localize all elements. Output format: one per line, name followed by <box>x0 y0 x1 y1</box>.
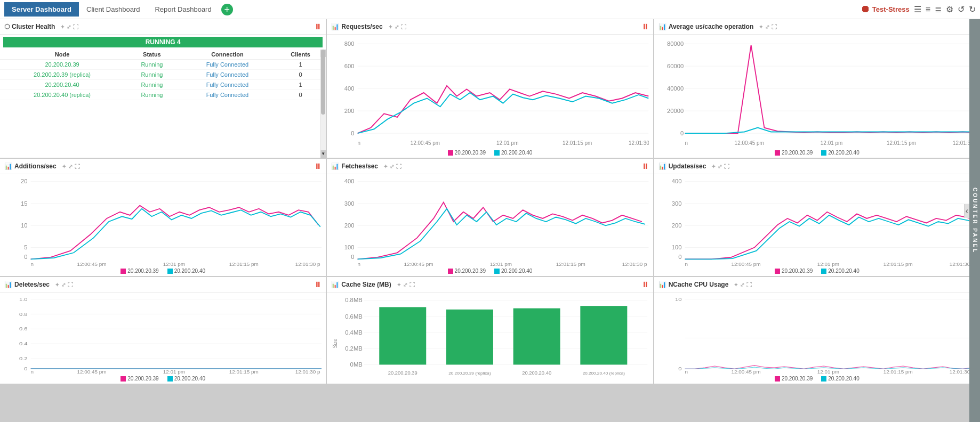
refresh-icon[interactable]: ↺ <box>958 4 965 14</box>
config-icon8[interactable]: ✦ <box>397 282 401 288</box>
cpu-dot-cyan <box>821 376 826 382</box>
svg-text:400: 400 <box>344 85 355 92</box>
scroll-down-button[interactable]: ▼ <box>320 150 326 158</box>
legend-item-pink: 20.200.20.39 <box>448 150 486 156</box>
scrollbar[interactable]: ▲ ▼ <box>320 50 326 158</box>
additions-chart-area: 20 15 10 5 0 n 12:00:45 pm 12:01 pm 12:0… <box>0 174 326 267</box>
fullscreen-icon4[interactable]: ⛶ <box>75 164 80 169</box>
fullscreen-icon3[interactable]: ⛶ <box>772 24 777 30</box>
svg-text:0.8: 0.8 <box>19 311 28 316</box>
counter-panel[interactable]: COUNTER PANEL <box>969 19 980 422</box>
expand-icon2[interactable]: ⤢ <box>395 24 399 30</box>
pause-button7[interactable]: ⏸ <box>314 280 322 289</box>
requests-chart: 800 600 400 200 0 n 12:00:45 pm 12:01 pm… <box>331 37 648 149</box>
pause-button5[interactable]: ⏸ <box>641 162 649 171</box>
fullscreen-icon6[interactable]: ⛶ <box>724 164 729 169</box>
panel-icons6: ✦ ⤢ ⛶ <box>711 164 729 169</box>
expand-icon6[interactable]: ⤢ <box>718 164 722 169</box>
col-connection: Connection <box>180 50 275 60</box>
menu-icon-1[interactable]: ☰ <box>914 4 921 14</box>
svg-text:n: n <box>31 369 34 374</box>
ncache-legend-cyan: 20.200.20.40 <box>821 376 859 382</box>
svg-text:12:01:30 p: 12:01:30 p <box>622 261 647 267</box>
config-icon5[interactable]: ✦ <box>383 164 388 169</box>
panel-icons: ✦ ⤢ ⛶ <box>388 24 406 30</box>
ncache-cpu-panel: 📊 NCache CPU Usage ✦ ⤢ ⛶ ⏸ 10 0 n 12: <box>654 277 980 384</box>
table-row: 20.200.20.40 Running Fully Connected 1 <box>0 80 326 90</box>
svg-text:12:01 pm: 12:01 pm <box>821 140 842 146</box>
fullscreen-icon2[interactable]: ⛶ <box>401 24 406 30</box>
svg-text:12:01 pm: 12:01 pm <box>817 369 839 374</box>
tab-server-dashboard[interactable]: Server Dashboard <box>4 2 79 17</box>
scroll-thumb[interactable] <box>321 50 325 115</box>
legend-dot-pink <box>448 150 453 156</box>
svg-text:20: 20 <box>21 178 27 184</box>
pause-button[interactable]: ⏸ <box>314 22 322 31</box>
pause-button2[interactable]: ⏸ <box>641 22 649 31</box>
avg-icon: 📊 <box>658 23 666 30</box>
expand-icon3[interactable]: ⤢ <box>765 24 769 30</box>
tab-client-dashboard[interactable]: Client Dashboard <box>79 2 147 17</box>
config-icon3[interactable]: ✦ <box>759 24 763 30</box>
pause-button4[interactable]: ⏸ <box>314 162 322 171</box>
svg-text:0: 0 <box>678 366 681 371</box>
connection-cell: Fully Connected <box>180 60 275 70</box>
svg-text:20.200.20.39 (replica): 20.200.20.39 (replica) <box>449 371 492 376</box>
config-icon7[interactable]: ✦ <box>55 282 59 288</box>
expand-icon7[interactable]: ⤢ <box>61 282 66 288</box>
config-icon9[interactable]: ✦ <box>734 282 738 288</box>
avg-title: Average us/cache operation <box>669 23 754 30</box>
clients-cell: 0 <box>275 70 326 80</box>
fullscreen-icon[interactable]: ⛶ <box>73 24 78 30</box>
expand-icon[interactable]: ⤢ <box>67 24 71 30</box>
expand-icon4[interactable]: ⤢ <box>68 164 73 169</box>
cache-size-header: 📊 Cache Size (MB) ✦ ⤢ ⛶ ⏸ <box>327 277 653 293</box>
svg-text:0: 0 <box>680 130 684 136</box>
svg-text:n: n <box>685 369 688 374</box>
config-icon6[interactable]: ✦ <box>711 164 716 169</box>
status-cell: Running <box>124 60 180 70</box>
del-label-1: 20.200.20.39 <box>127 376 158 382</box>
settings-icon[interactable]: ⚙ <box>946 4 953 14</box>
svg-text:0.2: 0.2 <box>19 356 28 361</box>
counter-panel-arrow[interactable]: ‹ <box>964 204 969 218</box>
expand-icon8[interactable]: ⤢ <box>403 282 407 288</box>
cpu-dot-pink <box>775 376 780 382</box>
bar-1 <box>380 307 427 364</box>
tab-report-dashboard[interactable]: Report Dashboard <box>147 2 219 17</box>
svg-text:12:00:45 pm: 12:00:45 pm <box>411 140 440 146</box>
brand-icon: ⏺ <box>861 4 870 15</box>
add-dashboard-button[interactable]: + <box>221 4 233 15</box>
connection-cell: Fully Connected <box>180 70 275 80</box>
fullscreen-icon9[interactable]: ⛶ <box>746 282 752 288</box>
svg-text:1.0: 1.0 <box>19 296 28 302</box>
svg-text:300: 300 <box>344 200 355 207</box>
expand-icon9[interactable]: ⤢ <box>740 282 744 288</box>
fullscreen-icon8[interactable]: ⛶ <box>409 282 415 288</box>
avg-chart-area: 80000 60000 40000 20000 0 n 12:00:45 pm … <box>654 35 980 149</box>
cache-size-panel: 📊 Cache Size (MB) ✦ ⤢ ⛶ ⏸ Size 0.8MB <box>327 277 653 384</box>
table-row: 20.200.20.40 (replica) Running Fully Con… <box>0 90 326 100</box>
svg-text:n: n <box>31 261 34 267</box>
menu-icon-2[interactable]: ≡ <box>926 5 930 14</box>
config-icon4[interactable]: ✦ <box>62 164 66 169</box>
panel-icons7: ✦ ⤢ ⛶ <box>55 282 73 288</box>
updates-legend-cyan: 20.200.20.40 <box>821 268 859 274</box>
bar-4 <box>581 306 628 364</box>
svg-text:600: 600 <box>344 63 355 69</box>
expand-icon5[interactable]: ⤢ <box>390 164 394 169</box>
ncache-legend: 20.200.20.39 20.200.20.40 <box>654 375 980 384</box>
reload-icon[interactable]: ↻ <box>969 4 976 14</box>
config-icon[interactable]: ✦ <box>60 24 65 30</box>
fullscreen-icon7[interactable]: ⛶ <box>68 282 73 288</box>
fullscreen-icon5[interactable]: ⛶ <box>396 164 401 169</box>
svg-text:12:01 pm: 12:01 pm <box>817 261 839 267</box>
cluster-health-panel: ⬡ Cluster Health ✦ ⤢ ⛶ ⏸ RUNNING 4 Node … <box>0 19 326 158</box>
pause-button8[interactable]: ⏸ <box>641 280 649 289</box>
menu-icon-3[interactable]: ≣ <box>935 4 942 14</box>
node-cell: 20.200.20.40 <box>0 80 124 90</box>
deletes-sec-panel: 📊 Deletes/sec ✦ ⤢ ⛶ ⏸ 1.0 0.8 0.6 0.4 <box>0 277 326 384</box>
config-icon2[interactable]: ✦ <box>388 24 392 30</box>
svg-text:12:01:15 pm: 12:01:15 pm <box>229 369 259 374</box>
svg-text:20.200.20.40 (replica): 20.200.20.40 (replica) <box>583 371 625 376</box>
